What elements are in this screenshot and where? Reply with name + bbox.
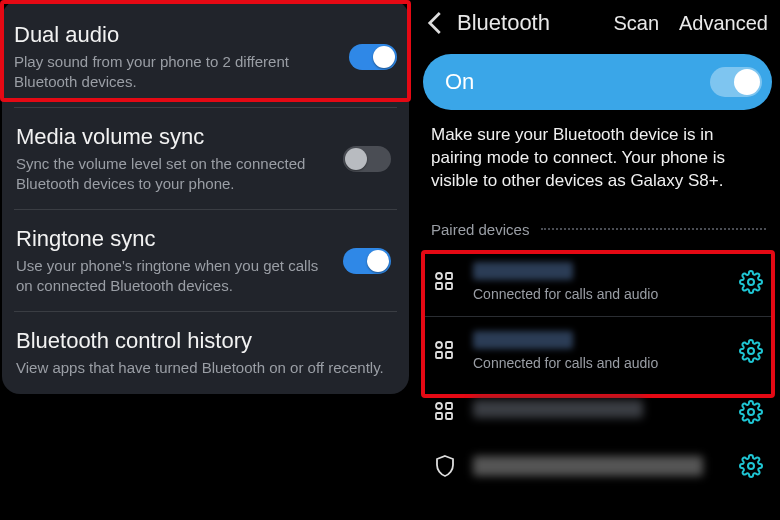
media-volume-sync-row[interactable]: Media volume sync Sync the volume level … — [14, 107, 397, 209]
bluetooth-master-toggle-row[interactable]: On — [423, 54, 772, 110]
device-name-blurred — [473, 456, 703, 476]
device-status: Connected for calls and audio — [473, 355, 724, 371]
device-text: Connected for calls and audio — [473, 331, 724, 371]
svg-rect-11 — [446, 403, 452, 409]
svg-rect-2 — [436, 283, 442, 289]
device-settings-gear-icon[interactable] — [738, 453, 764, 479]
setting-subtitle: View apps that have turned Bluetooth on … — [16, 358, 391, 378]
setting-title: Ringtone sync — [16, 226, 325, 252]
device-name-blurred — [473, 331, 573, 349]
ringtone-sync-row[interactable]: Ringtone sync Use your phone's ringtone … — [14, 209, 397, 311]
device-text: Connected for calls and audio — [473, 262, 724, 302]
setting-subtitle: Sync the volume level set on the connect… — [16, 154, 325, 193]
svg-rect-7 — [436, 352, 442, 358]
svg-point-14 — [748, 409, 754, 415]
paired-devices-header: Paired devices — [415, 211, 780, 248]
svg-point-10 — [436, 403, 442, 409]
svg-rect-8 — [446, 352, 452, 358]
svg-rect-12 — [436, 413, 442, 419]
device-settings-gear-icon[interactable] — [738, 399, 764, 425]
ringtone-sync-toggle[interactable] — [343, 248, 391, 274]
device-grid-icon — [431, 339, 459, 363]
help-text: Make sure your Bluetooth device is in pa… — [415, 124, 780, 211]
settings-card: Dual audio Play sound from your phone to… — [2, 0, 409, 394]
setting-title: Bluetooth control history — [16, 328, 391, 354]
device-settings-gear-icon[interactable] — [738, 269, 764, 295]
svg-rect-3 — [446, 283, 452, 289]
back-icon[interactable] — [421, 8, 451, 38]
device-name-blurred — [473, 400, 643, 418]
device-grid-icon — [431, 270, 459, 294]
bluetooth-master-toggle[interactable] — [710, 67, 762, 97]
setting-text: Bluetooth control history View apps that… — [16, 328, 391, 378]
device-list: Connected for calls and audio Connected … — [415, 248, 780, 493]
paired-device-row[interactable] — [423, 385, 772, 439]
bluetooth-options-panel: Dual audio Play sound from your phone to… — [0, 0, 415, 520]
device-grid-icon — [431, 400, 459, 424]
on-label: On — [445, 69, 474, 95]
media-volume-sync-toggle[interactable] — [343, 146, 391, 172]
dual-audio-row[interactable]: Dual audio Play sound from your phone to… — [2, 6, 409, 107]
scan-button[interactable]: Scan — [613, 12, 659, 35]
setting-text: Ringtone sync Use your phone's ringtone … — [16, 226, 325, 295]
svg-point-0 — [436, 273, 442, 279]
device-settings-gear-icon[interactable] — [738, 338, 764, 364]
device-shield-icon — [431, 454, 459, 478]
svg-point-5 — [436, 342, 442, 348]
svg-rect-6 — [446, 342, 452, 348]
bluetooth-main-panel: Bluetooth Scan Advanced On Make sure you… — [415, 0, 780, 520]
device-text — [473, 456, 724, 476]
paired-device-row[interactable]: Connected for calls and audio — [423, 248, 772, 316]
svg-point-15 — [748, 463, 754, 469]
device-name-blurred — [473, 262, 573, 280]
svg-rect-13 — [446, 413, 452, 419]
advanced-button[interactable]: Advanced — [679, 12, 768, 35]
bluetooth-control-history-row[interactable]: Bluetooth control history View apps that… — [14, 311, 397, 394]
setting-title: Dual audio — [14, 22, 331, 48]
setting-text: Dual audio Play sound from your phone to… — [14, 22, 331, 91]
device-text — [473, 400, 724, 424]
paired-device-row[interactable]: Connected for calls and audio — [423, 316, 772, 385]
svg-point-9 — [748, 348, 754, 354]
setting-text: Media volume sync Sync the volume level … — [16, 124, 325, 193]
divider-dots — [541, 228, 766, 230]
paired-device-row[interactable] — [423, 439, 772, 493]
page-title: Bluetooth — [457, 10, 607, 36]
paired-devices-label: Paired devices — [431, 221, 529, 238]
device-status: Connected for calls and audio — [473, 286, 724, 302]
setting-subtitle: Play sound from your phone to 2 differen… — [14, 52, 331, 91]
svg-rect-1 — [446, 273, 452, 279]
svg-point-4 — [748, 279, 754, 285]
setting-subtitle: Use your phone's ringtone when you get c… — [16, 256, 325, 295]
dual-audio-toggle[interactable] — [349, 44, 397, 70]
header: Bluetooth Scan Advanced — [415, 0, 780, 46]
setting-title: Media volume sync — [16, 124, 325, 150]
